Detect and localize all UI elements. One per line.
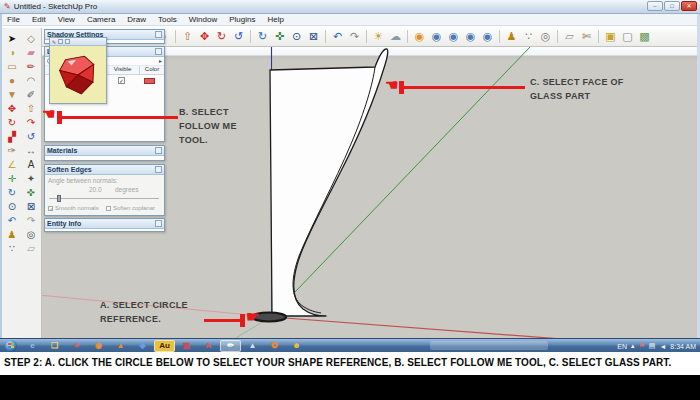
panel-close-icon[interactable] bbox=[155, 166, 162, 173]
soften-edges-title[interactable]: Soften Edges bbox=[45, 165, 164, 175]
select-tool-icon[interactable]: ➤ bbox=[3, 31, 22, 45]
orange-app-icon[interactable]: ◉ bbox=[88, 340, 109, 352]
3d-text-tool-icon[interactable]: ✦ bbox=[22, 171, 41, 185]
minimize-button[interactable]: – bbox=[647, 1, 663, 11]
pan-tool-icon[interactable]: ✜ bbox=[22, 185, 41, 199]
zoom-tool-icon[interactable]: ⊙ bbox=[288, 28, 305, 44]
panel-close-icon[interactable] bbox=[155, 31, 162, 38]
materials-title[interactable]: Materials bbox=[45, 146, 164, 156]
language-indicator[interactable]: EN bbox=[617, 343, 627, 350]
angle-slider-track[interactable] bbox=[49, 198, 159, 199]
start-button[interactable] bbox=[5, 340, 17, 352]
ie-browser-icon[interactable]: e bbox=[22, 340, 43, 352]
section-cut-icon[interactable]: ✄ bbox=[578, 28, 595, 44]
fog-toggle-icon[interactable]: ☁ bbox=[387, 28, 404, 44]
follow-me-tool-icon[interactable]: ↷ bbox=[22, 115, 41, 129]
wireframe-style-icon[interactable]: ▢ bbox=[619, 28, 636, 44]
menu-item[interactable]: Edit bbox=[26, 15, 52, 24]
freehand-tool-icon[interactable]: ✐ bbox=[22, 87, 41, 101]
move-tool-icon[interactable]: ✥ bbox=[3, 101, 22, 115]
back-view-icon[interactable]: ◉ bbox=[479, 28, 496, 44]
explorer-folder-icon[interactable]: ❏ bbox=[44, 340, 65, 352]
offset-tool-icon[interactable]: ↺ bbox=[230, 28, 247, 44]
pdf-reader-icon[interactable]: A bbox=[198, 340, 219, 352]
dimension-tool-icon[interactable]: ↔ bbox=[22, 143, 41, 157]
paint-bucket-icon[interactable]: ◑ bbox=[3, 45, 22, 59]
scale-tool-icon[interactable]: ▞ bbox=[3, 129, 22, 143]
shadows-toggle-icon[interactable]: ☀ bbox=[370, 28, 387, 44]
media-app-icon[interactable]: ▲ bbox=[242, 340, 263, 352]
soften-coplanar-checkbox[interactable] bbox=[106, 206, 111, 211]
circle-tool-icon[interactable]: ● bbox=[3, 73, 22, 87]
zoom-tool-icon[interactable]: ⊙ bbox=[3, 199, 22, 213]
rectangle-tool-icon[interactable]: ▭ bbox=[3, 59, 22, 73]
position-camera-icon[interactable]: ♟ bbox=[503, 28, 520, 44]
make-component-icon[interactable]: ◇ bbox=[22, 31, 41, 45]
right-view-icon[interactable]: ◉ bbox=[462, 28, 479, 44]
panel-close-icon[interactable] bbox=[155, 147, 162, 154]
position-camera-icon[interactable]: ♟ bbox=[3, 227, 22, 241]
section-plane-icon[interactable]: ▱ bbox=[22, 241, 41, 255]
menu-item[interactable]: File bbox=[1, 15, 26, 24]
menu-item[interactable]: Camera bbox=[81, 15, 121, 24]
tape-measure-icon[interactable]: ✑ bbox=[3, 143, 22, 157]
top-view-icon[interactable]: ◉ bbox=[428, 28, 445, 44]
pan-tool-icon[interactable]: ✜ bbox=[271, 28, 288, 44]
clock[interactable]: 8:34 AM bbox=[670, 343, 696, 350]
window-button-icon[interactable] bbox=[65, 39, 70, 44]
darkred-app-icon[interactable]: ▦ bbox=[176, 340, 197, 352]
action-center-flag-icon[interactable]: ⚑ bbox=[638, 342, 644, 350]
eraser-tool-icon[interactable]: ▰ bbox=[22, 45, 41, 59]
offset-tool-icon[interactable]: ↺ bbox=[22, 129, 41, 143]
panel-close-icon[interactable] bbox=[155, 48, 162, 55]
layer-details-icon[interactable]: ▸ bbox=[159, 57, 162, 64]
menu-item[interactable]: Plugins bbox=[223, 15, 261, 24]
previous-view-icon[interactable]: ↶ bbox=[329, 28, 346, 44]
look-around-icon[interactable]: ◎ bbox=[22, 227, 41, 241]
textured-style-icon[interactable]: ▩ bbox=[636, 28, 653, 44]
rotate-tool-icon[interactable]: ↻ bbox=[213, 28, 230, 44]
line-tool-icon[interactable]: ✏ bbox=[22, 59, 41, 73]
close-button[interactable]: ✕ bbox=[681, 1, 697, 11]
volume-icon[interactable]: ◄ bbox=[659, 343, 666, 350]
sketchup-app-icon[interactable]: ✏ bbox=[220, 340, 241, 352]
walk-tool-icon[interactable]: ∵ bbox=[520, 28, 537, 44]
menu-item[interactable]: Help bbox=[261, 15, 289, 24]
zoom-extents-icon[interactable]: ⊠ bbox=[22, 199, 41, 213]
orbit-tool-icon[interactable]: ↻ bbox=[254, 28, 271, 44]
layer-color-swatch[interactable] bbox=[144, 78, 155, 84]
panel-close-icon[interactable] bbox=[155, 220, 162, 227]
shaded-style-icon[interactable]: ▣ bbox=[602, 28, 619, 44]
iso-view-icon[interactable]: ◉ bbox=[411, 28, 428, 44]
smooth-normals-checkbox[interactable]: ✓ bbox=[48, 206, 53, 211]
previous-view-icon[interactable]: ↶ bbox=[3, 213, 22, 227]
firefox-browser-icon[interactable]: ❂ bbox=[264, 340, 285, 352]
push-pull-tool-icon[interactable]: ⇧ bbox=[179, 28, 196, 44]
front-view-icon[interactable]: ◉ bbox=[445, 28, 462, 44]
entity-info-title[interactable]: Entity Info bbox=[45, 219, 164, 229]
menu-item[interactable]: View bbox=[52, 15, 81, 24]
push-pull-tool-icon[interactable]: ⇧ bbox=[22, 101, 41, 115]
text-tool-icon[interactable]: A bbox=[22, 157, 41, 171]
section-plane-icon[interactable]: ▱ bbox=[561, 28, 578, 44]
maximize-button[interactable]: □ bbox=[664, 1, 680, 11]
layer-visible-checkbox[interactable]: ✓ bbox=[118, 77, 125, 84]
menu-item[interactable]: Tools bbox=[152, 15, 183, 24]
rotate-tool-icon[interactable]: ↻ bbox=[3, 115, 22, 129]
window-button-icon[interactable] bbox=[58, 39, 63, 44]
angle-slider-thumb[interactable] bbox=[57, 195, 61, 202]
ruby-window-titlebar[interactable]: ✎ bbox=[50, 38, 106, 46]
blue-app-icon[interactable]: ◆ bbox=[132, 340, 153, 352]
vlc-player-icon[interactable]: ▲ bbox=[110, 340, 131, 352]
polygon-tool-icon[interactable]: ▼ bbox=[3, 87, 22, 101]
network-icon[interactable]: ▤ bbox=[649, 342, 656, 350]
orbit-tool-icon[interactable]: ↻ bbox=[3, 185, 22, 199]
arc-tool-icon[interactable]: ◠ bbox=[22, 73, 41, 87]
walk-tool-icon[interactable]: ∵ bbox=[3, 241, 22, 255]
menu-item[interactable]: Window bbox=[183, 15, 223, 24]
zoom-extents-icon[interactable]: ⊠ bbox=[305, 28, 322, 44]
axes-tool-icon[interactable]: ✛ bbox=[3, 171, 22, 185]
chat-app-icon[interactable]: ☻ bbox=[286, 340, 307, 352]
audition-app-icon[interactable]: Au bbox=[154, 340, 175, 352]
menu-item[interactable]: Draw bbox=[121, 15, 152, 24]
